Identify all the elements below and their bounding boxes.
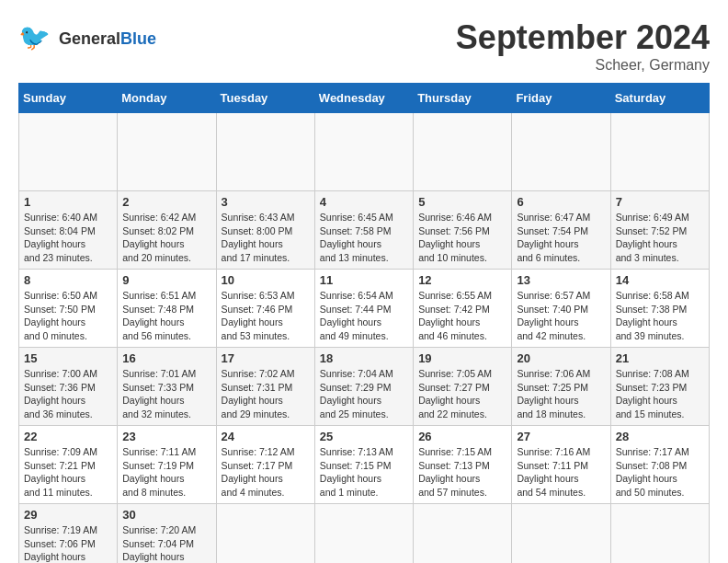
sunrise-info: Sunrise: 7:13 AM [320, 446, 393, 457]
day-info: Sunrise: 6:51 AM Sunset: 7:48 PM Dayligh… [122, 289, 210, 343]
day-info: Sunrise: 6:45 AM Sunset: 7:58 PM Dayligh… [320, 211, 408, 265]
sunrise-info: Sunrise: 6:53 AM [222, 290, 295, 301]
daylight-hours-label: Daylight hours [320, 238, 381, 249]
day-info: Sunrise: 7:17 AM Sunset: 7:08 PM Dayligh… [616, 445, 704, 500]
daylight-hours-label: Daylight hours [517, 316, 578, 327]
day-number: 24 [222, 430, 310, 443]
calendar-cell: 27 Sunrise: 7:16 AM Sunset: 7:11 PM Dayl… [512, 426, 610, 504]
calendar-cell: 25 Sunrise: 7:13 AM Sunset: 7:15 PM Dayl… [314, 426, 413, 504]
daylight-and-minutes: and 56 minutes. [122, 330, 191, 341]
sunset-info: Sunset: 7:46 PM [222, 304, 293, 315]
calendar-cell [314, 113, 413, 191]
daylight-hours-label: Daylight hours [222, 473, 283, 484]
location-title: Scheer, Germany [456, 57, 710, 74]
daylight-and-minutes: and 57 minutes. [418, 487, 487, 498]
sunrise-info: Sunrise: 6:43 AM [222, 212, 295, 223]
sunset-info: Sunset: 7:50 PM [24, 304, 96, 315]
sunset-info: Sunset: 7:15 PM [320, 460, 392, 471]
sunset-info: Sunset: 7:17 PM [222, 460, 293, 471]
daylight-hours-label: Daylight hours [122, 473, 184, 484]
day-info: Sunrise: 6:53 AM Sunset: 7:46 PM Dayligh… [222, 289, 310, 343]
sunrise-info: Sunrise: 6:42 AM [122, 212, 196, 223]
daylight-hours-label: Daylight hours [24, 238, 85, 249]
day-number: 13 [517, 273, 605, 287]
day-number: 19 [418, 351, 506, 365]
calendar-cell: 2 Sunrise: 6:42 AM Sunset: 8:02 PM Dayli… [118, 191, 216, 270]
weekday-header-tuesday: Tuesday [216, 84, 314, 113]
sunrise-info: Sunrise: 7:00 AM [24, 368, 97, 379]
daylight-and-minutes: and 22 minutes. [418, 408, 487, 419]
sunrise-info: Sunrise: 7:12 AM [222, 446, 295, 457]
day-info: Sunrise: 6:40 AM Sunset: 8:04 PM Dayligh… [24, 211, 112, 265]
daylight-and-minutes: and 50 minutes. [616, 487, 685, 498]
sunrise-info: Sunrise: 7:05 AM [418, 368, 492, 379]
calendar-cell: 9 Sunrise: 6:51 AM Sunset: 7:48 PM Dayli… [118, 270, 216, 348]
sunset-info: Sunset: 7:48 PM [122, 304, 194, 315]
sunrise-info: Sunrise: 6:47 AM [517, 212, 590, 223]
day-number: 26 [418, 430, 506, 443]
sunrise-info: Sunrise: 6:50 AM [24, 290, 97, 301]
daylight-hours-label: Daylight hours [517, 395, 578, 406]
daylight-and-minutes: and 42 minutes. [517, 330, 586, 341]
month-title: September 2024 [456, 18, 710, 57]
sunset-info: Sunset: 7:08 PM [616, 460, 688, 471]
daylight-and-minutes: and 11 minutes. [24, 487, 93, 498]
day-number: 4 [320, 195, 408, 209]
sunset-info: Sunset: 7:33 PM [122, 382, 194, 393]
day-number: 5 [418, 195, 506, 209]
logo-blue: Blue [120, 29, 156, 48]
sunset-info: Sunset: 7:23 PM [616, 382, 688, 393]
day-number: 23 [122, 430, 210, 443]
daylight-and-minutes: and 39 minutes. [616, 330, 685, 341]
calendar-cell: 17 Sunrise: 7:02 AM Sunset: 7:31 PM Dayl… [216, 348, 314, 426]
day-info: Sunrise: 7:00 AM Sunset: 7:36 PM Dayligh… [24, 367, 112, 421]
week-row-0 [19, 113, 710, 191]
daylight-and-minutes: and 1 minute. [320, 487, 379, 498]
calendar-cell: 15 Sunrise: 7:00 AM Sunset: 7:36 PM Dayl… [19, 348, 118, 426]
daylight-hours-label: Daylight hours [24, 316, 85, 327]
day-number: 22 [24, 430, 112, 443]
day-number: 30 [122, 508, 210, 522]
sunset-info: Sunset: 7:56 PM [418, 225, 490, 236]
calendar-cell: 11 Sunrise: 6:54 AM Sunset: 7:44 PM Dayl… [314, 270, 413, 348]
daylight-hours-label: Daylight hours [418, 238, 480, 249]
daylight-hours-label: Daylight hours [122, 238, 184, 249]
day-info: Sunrise: 7:12 AM Sunset: 7:17 PM Dayligh… [222, 445, 310, 500]
day-info: Sunrise: 6:43 AM Sunset: 8:00 PM Dayligh… [222, 211, 310, 265]
sunset-info: Sunset: 7:54 PM [517, 225, 588, 236]
sunset-info: Sunset: 7:42 PM [418, 304, 490, 315]
day-info: Sunrise: 7:16 AM Sunset: 7:11 PM Dayligh… [517, 445, 605, 500]
calendar-cell: 6 Sunrise: 6:47 AM Sunset: 7:54 PM Dayli… [512, 191, 610, 270]
daylight-and-minutes: and 25 minutes. [320, 408, 389, 419]
daylight-and-minutes: and 6 minutes. [517, 252, 580, 263]
day-info: Sunrise: 6:42 AM Sunset: 8:02 PM Dayligh… [122, 211, 210, 265]
daylight-hours-label: Daylight hours [222, 316, 283, 327]
calendar-cell: 13 Sunrise: 6:57 AM Sunset: 7:40 PM Dayl… [512, 270, 610, 348]
day-info: Sunrise: 6:47 AM Sunset: 7:54 PM Dayligh… [517, 211, 605, 265]
weekday-header-wednesday: Wednesday [314, 84, 413, 113]
sunrise-info: Sunrise: 7:04 AM [320, 368, 393, 379]
calendar-cell: 28 Sunrise: 7:17 AM Sunset: 7:08 PM Dayl… [610, 426, 709, 504]
daylight-hours-label: Daylight hours [24, 473, 85, 484]
calendar-cell: 7 Sunrise: 6:49 AM Sunset: 7:52 PM Dayli… [610, 191, 709, 270]
day-info: Sunrise: 7:15 AM Sunset: 7:13 PM Dayligh… [418, 445, 506, 500]
calendar-cell: 12 Sunrise: 6:55 AM Sunset: 7:42 PM Dayl… [414, 270, 512, 348]
daylight-and-minutes: and 15 minutes. [616, 408, 685, 419]
sunrise-info: Sunrise: 6:46 AM [418, 212, 492, 223]
calendar-cell: 16 Sunrise: 7:01 AM Sunset: 7:33 PM Dayl… [118, 348, 216, 426]
calendar-cell [216, 504, 314, 564]
day-number: 29 [24, 508, 112, 522]
daylight-hours-label: Daylight hours [320, 395, 381, 406]
week-row-3: 15 Sunrise: 7:00 AM Sunset: 7:36 PM Dayl… [19, 348, 710, 426]
sunset-info: Sunset: 7:21 PM [24, 460, 96, 471]
calendar-table: SundayMondayTuesdayWednesdayThursdayFrid… [18, 83, 710, 563]
sunrise-info: Sunrise: 7:08 AM [616, 368, 689, 379]
calendar-cell [414, 504, 512, 564]
daylight-hours-label: Daylight hours [320, 316, 381, 327]
day-number: 10 [222, 273, 310, 287]
daylight-hours-label: Daylight hours [222, 395, 283, 406]
daylight-and-minutes: and 54 minutes. [517, 487, 586, 498]
calendar-cell: 10 Sunrise: 6:53 AM Sunset: 7:46 PM Dayl… [216, 270, 314, 348]
day-number: 20 [517, 351, 605, 365]
daylight-and-minutes: and 10 minutes. [418, 252, 487, 263]
